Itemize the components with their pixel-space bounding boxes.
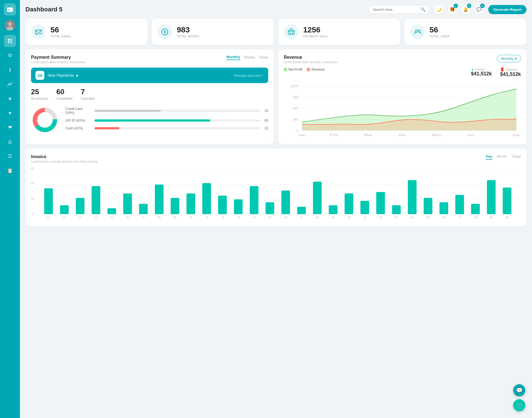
bar-12 (218, 196, 227, 214)
invoice-y-labels: 60 40 20 0 (31, 167, 35, 215)
invoice-card: Invoice Lorem Ipsum is simply dummy text… (25, 149, 526, 226)
sidebar-item-doc[interactable]: 📋 (4, 165, 16, 177)
sidebar-item-list[interactable]: ☰ (4, 150, 16, 162)
svg-text:Mar: Mar (364, 133, 372, 137)
manage-payment-link[interactable]: Manage payment › (234, 73, 264, 78)
pay-bar-val-upi: 60 (263, 119, 268, 122)
income-label: Income (475, 68, 485, 71)
generate-report-button[interactable]: Generate Report (488, 5, 526, 14)
bar-label-16: 16 (284, 216, 287, 219)
svg-text:30: 30 (293, 118, 298, 121)
bar-label-12: 12 (221, 216, 224, 219)
sidebar-item-settings[interactable]: ⚙ (4, 49, 16, 61)
tab-weekly[interactable]: Weekly (244, 55, 255, 60)
bell-icon-button[interactable]: 🔔 12 (461, 4, 470, 14)
revenue-dropdown[interactable]: Monthly ▾ (497, 55, 521, 62)
sidebar-item-dashboard[interactable] (4, 35, 16, 47)
legend-label-revenue: Revenue (311, 68, 325, 71)
avatar[interactable] (5, 20, 15, 30)
svg-text:Jun: Jun (467, 133, 475, 137)
svg-rect-8 (8, 41, 10, 43)
stat-card-email: 56 TOTAL EMAIL (25, 19, 147, 45)
stat-label-user: TOTAL USER (429, 35, 450, 38)
revenue-area-chart: 120 90 60 30 0 Jan Feb Mar Apr (284, 83, 521, 139)
sidebar-item-favorite[interactable]: ♥ (4, 107, 16, 119)
income-stat: ▲ Income $41,512k (471, 68, 492, 77)
bar-08 (155, 184, 163, 214)
bell-badge: 12 (467, 4, 471, 8)
invoice-subtitle: Lorem Ipsum is simply dummy text of the … (31, 160, 97, 163)
payment-tab-group: Monthly Weekly Today (226, 55, 268, 60)
invoice-tab-group: Day Month Today (486, 154, 521, 160)
sale-icon (284, 24, 299, 39)
sidebar-logo[interactable] (4, 3, 16, 16)
stats-row: 56 TOTAL EMAIL $ 983 TOTAL MONEY (25, 19, 526, 45)
bar-label-22: 22 (379, 216, 382, 219)
bar-label-17: 17 (300, 216, 303, 219)
revenue-dropdown-label: Monthly (501, 57, 514, 61)
sidebar-item-star[interactable]: ★ (4, 93, 16, 105)
y-label-20: 20 (31, 197, 34, 200)
revenue-legend: Net Profit Revenue (284, 68, 325, 71)
sidebar-item-analytics[interactable] (4, 78, 16, 90)
money-icon: $ (157, 24, 172, 39)
process-label-completed: Completed (56, 97, 72, 101)
invoice-tab-today[interactable]: Today (511, 154, 521, 160)
svg-point-19 (415, 30, 418, 32)
svg-point-20 (418, 30, 420, 32)
process-item-completed: 60 Completed (56, 88, 72, 101)
svg-text:0: 0 (296, 129, 298, 132)
bar-10 (186, 193, 195, 214)
bar-27 (455, 195, 464, 214)
dark-mode-button[interactable]: 🌙 (434, 4, 444, 14)
stat-card-money: $ 983 TOTAL MONEY (152, 19, 274, 45)
search-input[interactable] (373, 7, 418, 12)
bar-label-21: 21 (363, 216, 366, 219)
invoice-header: Invoice Lorem Ipsum is simply dummy text… (31, 154, 521, 163)
payment-summary-card: Payment Summary Lorem ipsum dolor sit am… (25, 49, 274, 144)
pay-bar-fill-cc (94, 110, 161, 112)
svg-text:May: May (432, 133, 441, 137)
bar-23 (392, 205, 401, 214)
page-title: Dashboard 5 (25, 6, 364, 13)
bar-05 (108, 208, 116, 214)
bar-21 (360, 201, 369, 214)
gift-icon-button[interactable]: 🎁 2 (447, 4, 457, 14)
expense-icon: 🧧 (500, 68, 504, 71)
search-box[interactable]: 🔍 (369, 5, 429, 14)
main-content: Dashboard 5 🔍 🌙 🎁 2 🔔 12 💬 5 Generate Re… (20, 0, 532, 418)
revenue-card: Revenue Lorem ipsum dolor sit amet, cons… (278, 49, 526, 144)
svg-point-24 (37, 112, 53, 128)
svg-text:Jan: Jan (298, 133, 306, 137)
legend-label-netprofit: Net Profit (288, 68, 302, 71)
svg-rect-9 (10, 41, 12, 43)
pay-bar-fill-cash (94, 127, 119, 129)
pay-bar-label-upi: UPI ID (41%) (65, 119, 92, 122)
tab-today[interactable]: Today (259, 55, 268, 60)
bar-label-15: 15 (268, 216, 271, 219)
cart-fab[interactable]: 🛒 (513, 399, 525, 411)
invoice-tab-month[interactable]: Month (497, 154, 507, 160)
income-icon: ▲ (471, 68, 474, 71)
payment-summary-header: Payment Summary Lorem ipsum dolor sit am… (31, 55, 268, 64)
sidebar-item-info[interactable]: ℹ (4, 64, 16, 76)
pay-bar-fill-upi (94, 119, 210, 122)
expense-value: $41,512k (500, 71, 521, 77)
stat-value-user: 56 (429, 26, 450, 34)
pay-bar-label-cash: Cash (41%) (65, 126, 92, 130)
pay-bar-track-upi (94, 119, 260, 122)
bar-16 (281, 191, 290, 214)
svg-rect-7 (10, 39, 12, 41)
chat-icon-button[interactable]: 💬 5 (474, 4, 484, 14)
support-fab[interactable]: 💬 (513, 384, 525, 396)
invoice-tab-day[interactable]: Day (486, 154, 492, 160)
pay-bar-cash: Cash (41%) 10 (65, 126, 268, 130)
tab-monthly[interactable]: Monthly (226, 55, 240, 60)
bar-label-07: 07 (142, 216, 145, 219)
bar-28 (471, 204, 480, 214)
sidebar-item-heart[interactable]: ❤ (4, 121, 16, 134)
bar-label-19: 19 (332, 216, 334, 219)
sidebar-item-print[interactable]: 🖨 (4, 136, 16, 148)
bar-11 (202, 183, 211, 214)
bar-label-20: 20 (347, 216, 350, 219)
